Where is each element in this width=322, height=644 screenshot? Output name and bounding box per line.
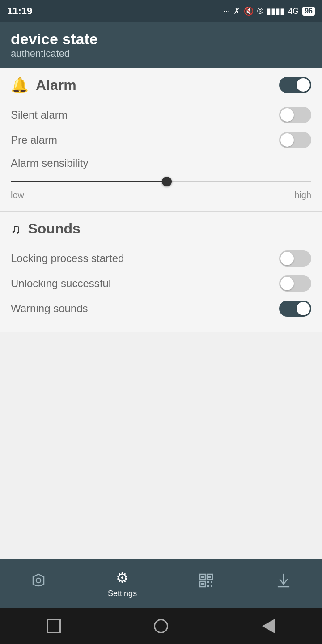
sounds-section: ♫ Sounds Locking process started Unlocki… <box>0 212 322 332</box>
battery-icon: 96 <box>302 7 315 16</box>
unlocking-successful-toggle[interactable] <box>279 275 311 292</box>
alarm-section: 🔔 Alarm Silent alarm Pre alarm Alarm sen… <box>0 68 322 212</box>
svg-rect-10 <box>211 585 212 587</box>
header-subtitle: authenticated <box>11 48 311 59</box>
mute-icon: 🔇 <box>244 6 254 16</box>
slider-fill <box>11 181 167 182</box>
warning-sounds-label: Warning sounds <box>11 302 88 315</box>
recents-button[interactable] <box>45 617 63 635</box>
locking-process-row: Locking process started <box>11 246 311 271</box>
alarm-sensibility-slider[interactable] <box>11 175 311 188</box>
svg-rect-5 <box>208 576 211 578</box>
unlocking-successful-label: Unlocking successful <box>11 277 111 290</box>
svg-rect-4 <box>201 576 204 578</box>
registered-icon: ® <box>257 7 263 16</box>
alarm-section-header: 🔔 Alarm <box>11 76 311 93</box>
slider-high-label: high <box>294 190 311 200</box>
settings-icon: ⚙ <box>116 569 129 586</box>
alarm-section-title: Alarm <box>36 77 76 93</box>
music-note-icon: ♫ <box>11 221 21 237</box>
pre-alarm-toggle[interactable] <box>279 132 311 148</box>
slider-thumb[interactable] <box>162 177 172 186</box>
svg-point-0 <box>36 578 41 583</box>
alarm-sensibility-section: Alarm sensibility low high <box>11 157 311 200</box>
locking-process-label: Locking process started <box>11 252 124 265</box>
locking-process-toggle[interactable] <box>279 250 311 267</box>
svg-rect-9 <box>207 585 209 587</box>
nav-item-qr[interactable] <box>198 572 214 595</box>
nav-item-download[interactable] <box>275 572 292 595</box>
dots-icon: ··· <box>223 7 230 16</box>
svg-rect-8 <box>211 581 212 583</box>
slider-low-label: low <box>11 190 24 200</box>
svg-rect-6 <box>201 583 204 585</box>
silent-alarm-row: Silent alarm <box>11 102 311 127</box>
status-bar: 11:19 ··· ✗ 🔇 ® ▮▮▮▮ 4G 96 <box>0 0 322 22</box>
time-display: 11:19 <box>7 5 32 17</box>
silent-alarm-toggle[interactable] <box>279 107 311 123</box>
header: device state authenticated <box>0 22 322 68</box>
signal-icon: ▮▮▮▮ <box>267 6 284 16</box>
unlocking-successful-row: Unlocking successful <box>11 271 311 296</box>
status-icons: ··· ✗ 🔇 ® ▮▮▮▮ 4G 96 <box>223 6 315 16</box>
bell-icon: 🔔 <box>11 76 29 93</box>
home-button[interactable] <box>152 617 170 635</box>
alarm-sensibility-label: Alarm sensibility <box>11 157 311 169</box>
silent-alarm-label: Silent alarm <box>11 109 68 121</box>
svg-rect-7 <box>207 581 209 583</box>
sounds-section-title: Sounds <box>28 220 80 237</box>
home-icon <box>30 572 47 592</box>
bottom-nav: ⚙ Settings <box>0 559 322 608</box>
alarm-toggle[interactable] <box>279 77 311 93</box>
network-type: 4G <box>288 7 299 16</box>
pre-alarm-row: Pre alarm <box>11 127 311 153</box>
settings-nav-label: Settings <box>108 589 137 598</box>
system-bar <box>0 608 322 644</box>
header-title: device state <box>11 30 311 48</box>
nav-item-home[interactable] <box>30 572 47 595</box>
warning-sounds-row: Warning sounds <box>11 296 311 321</box>
slider-track <box>11 181 311 182</box>
pre-alarm-label: Pre alarm <box>11 134 57 146</box>
warning-sounds-toggle[interactable] <box>279 301 311 317</box>
bluetooth-icon: ✗ <box>233 6 240 16</box>
download-icon <box>275 572 292 592</box>
sounds-section-header: ♫ Sounds <box>11 220 311 237</box>
nav-item-settings[interactable]: ⚙ Settings <box>108 569 137 598</box>
back-button[interactable] <box>259 617 277 635</box>
slider-labels: low high <box>11 190 311 200</box>
qr-icon <box>198 572 214 592</box>
